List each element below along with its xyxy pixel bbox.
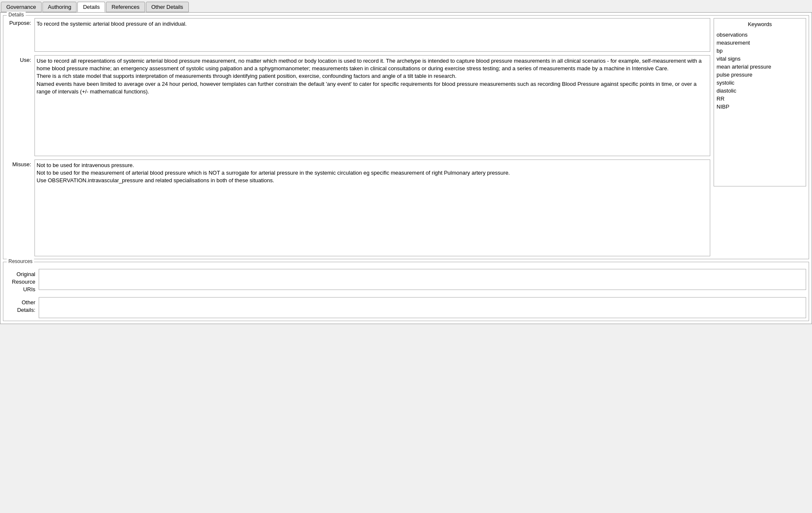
original-resource-row: Original Resource URIs [6, 269, 806, 294]
keyword-bp: bp [717, 47, 803, 55]
keyword-systolic: systolic [717, 79, 803, 87]
other-details-textarea[interactable] [39, 297, 806, 318]
other-details-row: Other Details: [6, 297, 806, 318]
purpose-row: Purpose: [6, 18, 710, 52]
tab-bar: Governance Authoring Details References … [0, 0, 812, 12]
keywords-title: Keywords [717, 21, 803, 27]
use-label: Use: [6, 55, 31, 63]
keyword-diastolic: diastolic [717, 87, 803, 95]
keyword-mean-arterial: mean arterial pressure [717, 63, 803, 71]
resources-section-label: Resources [7, 258, 34, 264]
purpose-textarea[interactable] [34, 18, 710, 52]
original-resource-label: Original Resource URIs [6, 269, 35, 294]
tab-governance[interactable]: Governance [1, 2, 42, 12]
tab-other-details[interactable]: Other Details [146, 2, 189, 12]
original-resource-textarea[interactable] [39, 269, 806, 290]
misuse-textarea[interactable] [34, 159, 710, 256]
keyword-observations: observations [717, 31, 803, 39]
purpose-label: Purpose: [6, 18, 31, 26]
details-section-label: Details [7, 12, 26, 18]
tab-details[interactable]: Details [77, 2, 105, 12]
keyword-rr: RR [717, 95, 803, 103]
keywords-panel: Keywords observations measurement bp vit… [714, 18, 806, 186]
details-left: Purpose: Use: Misuse: [6, 18, 710, 256]
use-row: Use: [6, 55, 710, 156]
tab-references[interactable]: References [106, 2, 145, 12]
keyword-vital-signs: vital signs [717, 55, 803, 63]
tab-authoring[interactable]: Authoring [42, 2, 77, 12]
resources-section: Resources Original Resource URIs Other D… [3, 262, 809, 321]
main-content: Details Purpose: Use: Misuse: Keywords o… [0, 12, 812, 324]
use-textarea[interactable] [34, 55, 710, 156]
details-section: Details Purpose: Use: Misuse: Keywords o… [3, 15, 809, 259]
misuse-label: Misuse: [6, 159, 31, 167]
keyword-pulse-pressure: pulse pressure [717, 71, 803, 79]
other-details-label: Other Details: [6, 297, 35, 314]
keyword-measurement: measurement [717, 39, 803, 47]
misuse-row: Misuse: [6, 159, 710, 256]
keyword-nibp: NIBP [717, 103, 803, 111]
